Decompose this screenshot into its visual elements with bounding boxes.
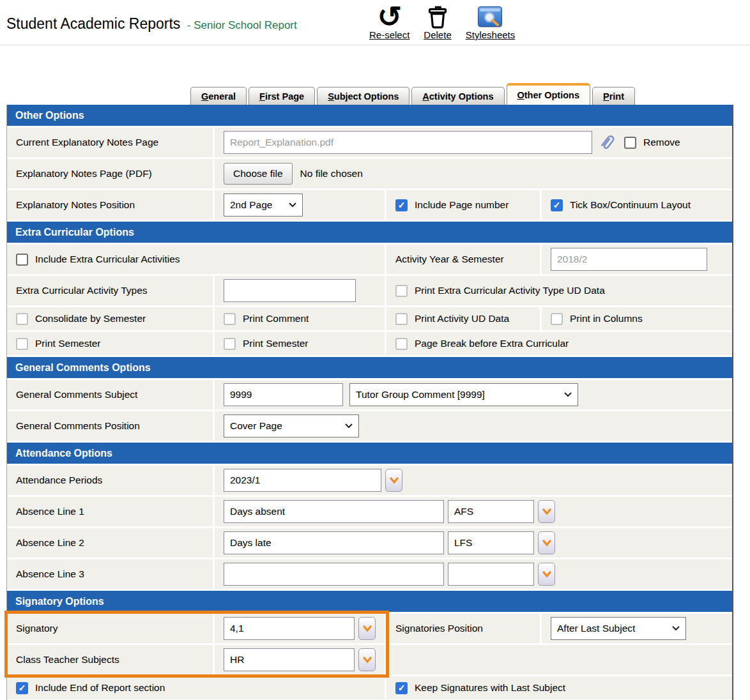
print-semester2-checkbox[interactable] [224, 338, 236, 350]
include-activities-label: Include Extra Curricular Activities [35, 254, 180, 265]
row-notes-position: Explanatory Notes Position 2nd Page Incl… [7, 190, 732, 220]
attendance-periods-lookup-button[interactable] [385, 469, 402, 492]
chevron-down-icon [289, 202, 296, 208]
delete-label: Delete [424, 29, 451, 40]
absence1-cell [215, 497, 732, 526]
print-semester1-cell: Print Semester [7, 332, 213, 355]
signatory-highlight-wrap: Signatory Signatories Position After Las… [7, 614, 732, 674]
include-activities-checkbox[interactable] [16, 254, 28, 266]
signatory-cell [215, 614, 385, 643]
print-semester1-checkbox[interactable] [16, 338, 28, 350]
attendance-periods-input[interactable] [224, 469, 381, 492]
absence1-label: Absence Line 1 [7, 497, 213, 526]
signatory-input[interactable] [224, 617, 355, 640]
attendance-periods-label: Attendance Periods [7, 466, 213, 495]
page-break-label: Page Break before Extra Curricular [415, 338, 569, 349]
row-signatory: Signatory Signatories Position After Las… [7, 614, 732, 643]
print-in-columns-cell: Print in Columns [542, 307, 732, 330]
include-activities-cell: Include Extra Curricular Activities [7, 245, 385, 274]
row-absence-3: Absence Line 3 [7, 559, 732, 589]
attendance-periods-cell [215, 466, 732, 495]
notes-position-select[interactable]: 2nd Page [224, 194, 303, 217]
comments-position-select[interactable]: Cover Page [224, 415, 359, 438]
row-end-of-report: Include End of Report section Keep Signa… [7, 676, 732, 699]
print-activity-ud-checkbox[interactable] [395, 313, 408, 325]
section-extra-curricular: Extra Curricular Options [7, 222, 732, 243]
signatory-label: Signatory [7, 614, 213, 643]
page-break-checkbox[interactable] [395, 338, 408, 350]
include-end-cell: Include End of Report section [7, 676, 385, 699]
absence3-code-input[interactable] [448, 563, 534, 586]
absence1-lookup-button[interactable] [538, 500, 555, 523]
print-type-ud-cell: Print Extra Curricular Activity Type UD … [386, 276, 732, 305]
signatories-position-select[interactable]: After Last Subject [551, 617, 686, 640]
signatories-position-cell: After Last Subject [542, 614, 732, 643]
absence3-lookup-button[interactable] [538, 563, 555, 586]
stylesheet-icon [478, 3, 502, 31]
print-type-ud-checkbox[interactable] [395, 285, 408, 297]
no-file-chosen-text: No file chosen [300, 168, 363, 179]
section-general-comments: General Comments Options [7, 357, 732, 378]
absence2-lookup-button[interactable] [538, 531, 555, 554]
tab-activity-options[interactable]: Activity Options [411, 87, 504, 105]
comments-subject-input[interactable] [224, 383, 343, 406]
notes-pdf-cell: Choose file No file chosen [215, 159, 732, 188]
current-notes-input[interactable] [224, 131, 592, 154]
include-page-number-checkbox[interactable] [395, 199, 408, 211]
activity-year-input[interactable] [551, 248, 707, 271]
section-signatory: Signatory Options [7, 591, 732, 612]
absence2-code-input[interactable] [448, 531, 534, 554]
include-end-checkbox[interactable] [16, 682, 28, 694]
print-in-columns-checkbox[interactable] [551, 313, 563, 325]
comments-subject-select[interactable]: Tutor Group Comment [9999] [349, 383, 578, 406]
absence2-text-input[interactable] [224, 531, 444, 554]
signatory-lookup-button[interactable] [358, 617, 376, 640]
print-comment-checkbox[interactable] [224, 313, 236, 325]
report-title: Student Academic Reports [6, 15, 180, 32]
report-subtitle: - Senior School Report [187, 19, 297, 31]
include-page-number-cell: Include Page number [386, 190, 540, 220]
comments-position-cell: Cover Page [215, 411, 732, 441]
section-other-options: Other Options [7, 105, 732, 126]
orange-chevron-icon [542, 540, 551, 547]
choose-file-button[interactable]: Choose file [224, 163, 293, 185]
tickbox-layout-checkbox[interactable] [551, 199, 563, 211]
class-teacher-lookup-button[interactable] [358, 648, 376, 671]
stylesheets-button[interactable]: Stylesheets [466, 3, 516, 40]
row-class-teacher: Class Teacher Subjects [7, 645, 732, 674]
tab-first-page[interactable]: First Page [249, 87, 315, 105]
remove-checkbox[interactable] [624, 137, 636, 149]
print-in-columns-label: Print in Columns [570, 313, 643, 324]
other-options-panel: Other Options Current Explanatory Notes … [6, 105, 733, 700]
delete-button[interactable]: Delete [424, 3, 451, 40]
reselect-button[interactable]: ↺ Re-select [369, 3, 409, 40]
paperclip-icon[interactable] [600, 133, 615, 152]
tab-general[interactable]: General [190, 87, 247, 105]
absence1-text-input[interactable] [224, 500, 444, 523]
print-activity-ud-label: Print Activity UD Data [415, 313, 509, 324]
page-break-cell: Page Break before Extra Curricular [386, 332, 732, 355]
tab-print[interactable]: Print [592, 87, 635, 105]
print-comment-cell: Print Comment [215, 307, 385, 330]
consolidate-checkbox[interactable] [16, 313, 28, 325]
include-page-number-label: Include Page number [415, 199, 509, 211]
absence3-label: Absence Line 3 [7, 559, 213, 589]
page-title: Student Academic Reports - Senior School… [6, 15, 297, 33]
consolidate-label: Consolidate by Semester [35, 313, 146, 324]
row-attendance-periods: Attendance Periods [7, 466, 732, 495]
keep-signatures-checkbox[interactable] [395, 682, 408, 694]
absence1-code-input[interactable] [448, 500, 534, 523]
chevron-down-icon [564, 392, 572, 397]
print-comment-label: Print Comment [243, 313, 309, 324]
row-activity-types: Extra Curricular Activity Types Print Ex… [7, 276, 732, 305]
toolbar: ↺ Re-select Delete [369, 3, 515, 40]
stylesheets-label: Stylesheets [466, 29, 516, 40]
class-teacher-cell [215, 645, 385, 674]
activity-types-input[interactable] [224, 279, 356, 302]
tab-other-options[interactable]: Other Options [507, 83, 590, 105]
class-teacher-input[interactable] [224, 648, 355, 671]
absence3-text-input[interactable] [224, 563, 444, 586]
activity-year-cell [542, 245, 732, 274]
row-include-activities: Include Extra Curricular Activities Acti… [7, 245, 732, 274]
tab-subject-options[interactable]: Subject Options [317, 87, 409, 105]
